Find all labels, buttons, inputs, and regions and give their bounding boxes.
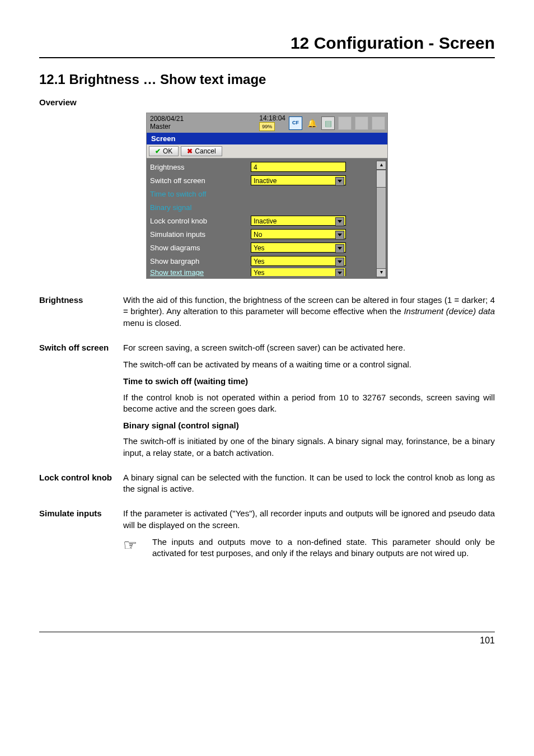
- cancel-button[interactable]: ✖ Cancel: [181, 146, 222, 156]
- page-number: 101: [39, 636, 495, 646]
- side-brightness: Brightness: [39, 295, 123, 306]
- switch-off-field[interactable]: Inactive: [251, 175, 346, 185]
- side-lock-knob: Lock control knob: [39, 472, 123, 483]
- hand-icon: ☞: [123, 536, 142, 553]
- window-titlebar: Screen: [147, 133, 387, 144]
- rule-thin: [39, 632, 495, 632]
- show-bargraph-field[interactable]: Yes: [251, 256, 346, 266]
- simulate-p1: If the parameter is activated ("Yes"), a…: [123, 508, 495, 531]
- config-screen-window: 2008/04/21 Master 14:18:04 99% CF 🔔 ▤ Sc…: [146, 113, 388, 279]
- brightness-field[interactable]: 4: [251, 162, 346, 172]
- show-diagrams-label: Show diagrams: [150, 244, 251, 252]
- x-icon: ✖: [187, 147, 193, 155]
- side-simulate: Simulate inputs: [39, 508, 123, 519]
- cancel-button-label: Cancel: [195, 147, 216, 155]
- lock-knob-label: Lock control knob: [150, 217, 251, 225]
- ok-button[interactable]: ✔ OK: [149, 146, 179, 156]
- show-text-image-field[interactable]: Yes: [251, 268, 346, 276]
- header-master: Master: [150, 123, 256, 130]
- switch-off-label: Switch off screen: [150, 176, 251, 185]
- lock-knob-p1: A binary signal can be selected with the…: [123, 472, 495, 495]
- overview-label: Overview: [39, 97, 495, 107]
- switch-off-sub2: Binary signal (control signal): [123, 420, 495, 431]
- brightness-label: Brightness: [150, 163, 251, 171]
- check-icon: ✔: [155, 147, 161, 155]
- chapter-title: 12 Configuration - Screen: [39, 34, 495, 53]
- lock-knob-field[interactable]: Inactive: [251, 216, 346, 226]
- simulation-field[interactable]: No: [251, 229, 346, 239]
- cf-card-icon: CF: [289, 116, 302, 130]
- header-percent: 99%: [259, 122, 275, 131]
- simulation-label: Simulation inputs: [150, 230, 251, 239]
- scroll-up-icon[interactable]: ▴: [377, 161, 386, 170]
- binary-signal-label: Binary signal: [150, 203, 251, 212]
- show-diagrams-field[interactable]: Yes: [251, 242, 346, 253]
- scrollbar[interactable]: ▴ ▾: [376, 161, 386, 277]
- scroll-thumb[interactable]: [377, 170, 386, 188]
- simulate-note: The inputs and outputs move to a non-def…: [152, 536, 495, 559]
- ok-button-label: OK: [163, 147, 172, 155]
- scroll-down-icon[interactable]: ▾: [377, 268, 386, 277]
- switch-off-p2: The switch-off can be activated by means…: [123, 359, 495, 370]
- switch-off-p1: For screen saving, a screen switch-off (…: [123, 342, 495, 353]
- switch-off-p4: The switch-off is initiated by one of th…: [123, 436, 495, 459]
- switch-off-sub1: Time to swich off (waiting time): [123, 376, 495, 387]
- show-bargraph-label: Show bargraph: [150, 257, 251, 265]
- side-switch-off: Switch off screen: [39, 342, 123, 353]
- blank-icon: [372, 116, 385, 130]
- blank-icon: [355, 116, 368, 130]
- bell-icon: 🔔: [306, 117, 318, 129]
- brightness-text: With the aid of this function, the brigh…: [123, 295, 495, 329]
- window-body: Brightness 4 Switch off screen Inactive …: [147, 158, 387, 278]
- header-time: 14:18:04: [259, 115, 285, 122]
- time-to-switch-label: Time to switch off: [150, 190, 251, 198]
- header-date: 2008/04/21: [150, 115, 256, 123]
- blank-icon: [338, 116, 352, 130]
- rule-thick: [39, 57, 495, 58]
- chart-icon: ▤: [321, 116, 335, 130]
- section-title: 12.1 Brightness … Show text image: [39, 72, 495, 87]
- show-text-image-label: Show text image: [150, 268, 251, 276]
- switch-off-p3: If the control knob is not operated with…: [123, 392, 495, 415]
- window-header: 2008/04/21 Master 14:18:04 99% CF 🔔 ▤: [147, 113, 387, 133]
- button-row: ✔ OK ✖ Cancel: [147, 144, 387, 158]
